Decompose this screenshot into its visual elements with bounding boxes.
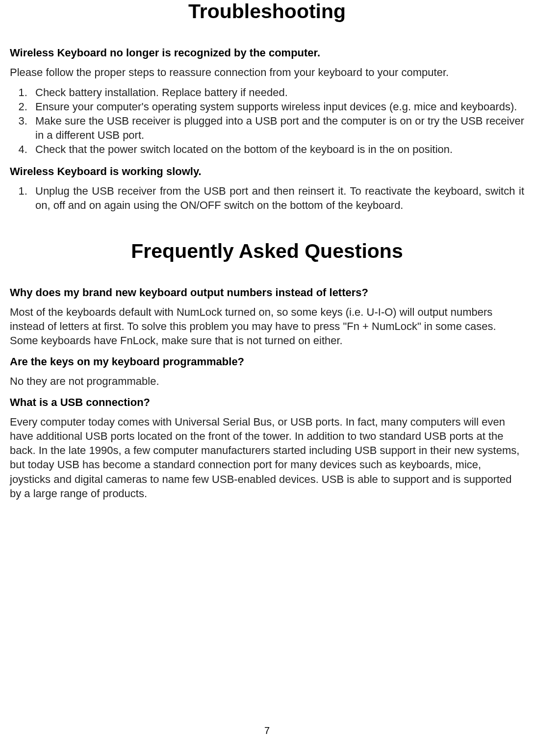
- ts-section1-heading: Wireless Keyboard no longer is recognize…: [10, 47, 524, 59]
- faq-q3-question: What is a USB connection?: [10, 396, 524, 409]
- page-number: 7: [0, 725, 534, 736]
- ts-section2-heading: Wireless Keyboard is working slowly.: [10, 165, 524, 178]
- ts-step: Ensure your computer's operating system …: [30, 100, 524, 114]
- ts-section2-steps: Unplug the USB receiver from the USB por…: [10, 184, 524, 212]
- ts-step: Check battery installation. Replace batt…: [30, 85, 524, 100]
- ts-step: Check that the power switch located on t…: [30, 142, 524, 156]
- ts-step: Unplug the USB receiver from the USB por…: [30, 184, 524, 212]
- ts-section1-intro: Please follow the proper steps to reassu…: [10, 65, 524, 79]
- troubleshooting-title: Troubleshooting: [10, 0, 524, 23]
- ts-section1-steps: Check battery installation. Replace batt…: [10, 85, 524, 156]
- ts-step: Make sure the USB receiver is plugged in…: [30, 114, 524, 142]
- faq-q1-answer: Most of the keyboards default with NumLo…: [10, 305, 524, 348]
- faq-title: Frequently Asked Questions: [10, 240, 524, 263]
- faq-q2-answer: No they are not programmable.: [10, 374, 524, 388]
- faq-q1-question: Why does my brand new keyboard output nu…: [10, 286, 524, 299]
- faq-q2-question: Are the keys on my keyboard programmable…: [10, 355, 524, 368]
- faq-q3-answer: Every computer today comes with Universa…: [10, 415, 524, 500]
